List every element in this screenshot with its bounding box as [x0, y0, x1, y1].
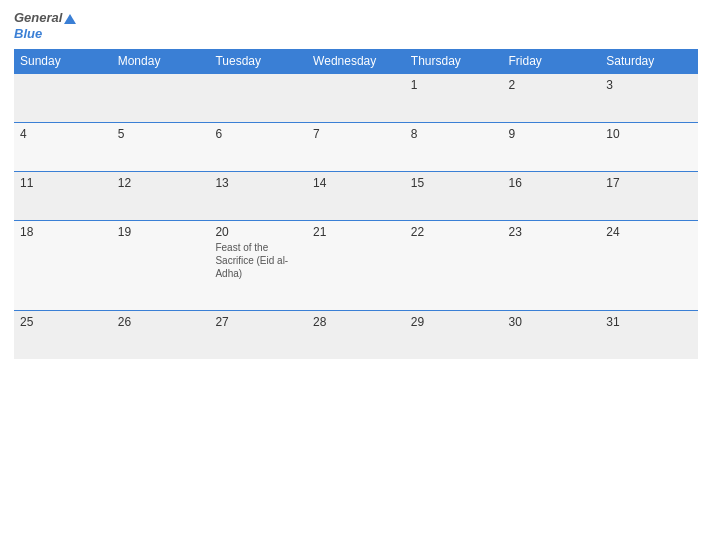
calendar-cell: 21	[307, 221, 405, 311]
logo: General Blue	[14, 10, 76, 41]
calendar-cell: 30	[503, 311, 601, 360]
day-number: 22	[411, 225, 424, 239]
calendar-cell: 13	[209, 172, 307, 221]
calendar-cell: 31	[600, 311, 698, 360]
calendar-cell: 8	[405, 123, 503, 172]
calendar-cell: 6	[209, 123, 307, 172]
calendar-cell	[14, 74, 112, 123]
day-number: 14	[313, 176, 326, 190]
day-number: 23	[509, 225, 522, 239]
day-number: 11	[20, 176, 33, 190]
logo-general-text: General	[14, 10, 62, 25]
weekday-header-thursday: Thursday	[405, 49, 503, 74]
day-number: 2	[509, 78, 516, 92]
calendar-cell: 3	[600, 74, 698, 123]
calendar-cell: 24	[600, 221, 698, 311]
day-number: 20	[215, 225, 228, 239]
day-number: 15	[411, 176, 424, 190]
calendar-cell: 16	[503, 172, 601, 221]
day-number: 4	[20, 127, 27, 141]
day-number: 29	[411, 315, 424, 329]
day-number: 24	[606, 225, 619, 239]
day-number: 9	[509, 127, 516, 141]
day-number: 13	[215, 176, 228, 190]
calendar-cell: 10	[600, 123, 698, 172]
day-number: 27	[215, 315, 228, 329]
calendar-cell: 2	[503, 74, 601, 123]
calendar-cell	[307, 74, 405, 123]
day-number: 17	[606, 176, 619, 190]
calendar-cell: 4	[14, 123, 112, 172]
calendar-cell: 27	[209, 311, 307, 360]
calendar-cell: 7	[307, 123, 405, 172]
calendar-cell: 23	[503, 221, 601, 311]
day-number: 1	[411, 78, 418, 92]
calendar-cell	[112, 74, 210, 123]
calendar-cell	[209, 74, 307, 123]
day-number: 18	[20, 225, 33, 239]
week-row-1: 123	[14, 74, 698, 123]
day-number: 8	[411, 127, 418, 141]
day-number: 30	[509, 315, 522, 329]
calendar-cell: 22	[405, 221, 503, 311]
day-number: 12	[118, 176, 131, 190]
calendar-cell: 26	[112, 311, 210, 360]
weekday-header-row: SundayMondayTuesdayWednesdayThursdayFrid…	[14, 49, 698, 74]
calendar-cell: 28	[307, 311, 405, 360]
day-number: 10	[606, 127, 619, 141]
day-number: 16	[509, 176, 522, 190]
calendar-cell: 15	[405, 172, 503, 221]
day-number: 25	[20, 315, 33, 329]
calendar-cell: 17	[600, 172, 698, 221]
day-number: 5	[118, 127, 125, 141]
calendar-cell: 14	[307, 172, 405, 221]
header: General Blue	[14, 10, 698, 41]
day-number: 19	[118, 225, 131, 239]
day-number: 31	[606, 315, 619, 329]
day-number: 6	[215, 127, 222, 141]
calendar-cell: 20Feast of the Sacrifice (Eid al-Adha)	[209, 221, 307, 311]
weekday-header-wednesday: Wednesday	[307, 49, 405, 74]
logo-blue-text: Blue	[14, 26, 42, 41]
calendar-table: SundayMondayTuesdayWednesdayThursdayFrid…	[14, 49, 698, 359]
calendar-cell: 19	[112, 221, 210, 311]
day-number: 21	[313, 225, 326, 239]
calendar-cell: 25	[14, 311, 112, 360]
calendar-container: General Blue SundayMondayTuesdayWednesda…	[0, 0, 712, 550]
logo-triangle-icon	[64, 14, 76, 24]
day-number: 3	[606, 78, 613, 92]
week-row-2: 45678910	[14, 123, 698, 172]
calendar-cell: 12	[112, 172, 210, 221]
weekday-header-friday: Friday	[503, 49, 601, 74]
day-number: 7	[313, 127, 320, 141]
week-row-3: 11121314151617	[14, 172, 698, 221]
calendar-cell: 9	[503, 123, 601, 172]
weekday-header-sunday: Sunday	[14, 49, 112, 74]
calendar-cell: 11	[14, 172, 112, 221]
week-row-5: 25262728293031	[14, 311, 698, 360]
week-row-4: 181920Feast of the Sacrifice (Eid al-Adh…	[14, 221, 698, 311]
calendar-cell: 29	[405, 311, 503, 360]
day-number: 26	[118, 315, 131, 329]
weekday-header-saturday: Saturday	[600, 49, 698, 74]
day-number: 28	[313, 315, 326, 329]
weekday-header-tuesday: Tuesday	[209, 49, 307, 74]
event-text: Feast of the Sacrifice (Eid al-Adha)	[215, 241, 301, 280]
weekday-header-monday: Monday	[112, 49, 210, 74]
calendar-cell: 18	[14, 221, 112, 311]
calendar-cell: 1	[405, 74, 503, 123]
calendar-cell: 5	[112, 123, 210, 172]
